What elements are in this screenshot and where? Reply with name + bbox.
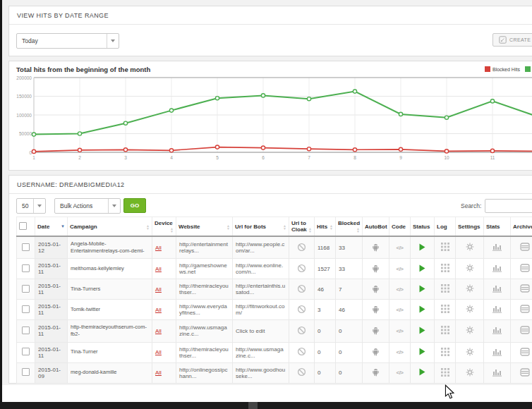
date-value: 2015-01-11 bbox=[38, 262, 61, 275]
log-icon[interactable] bbox=[441, 305, 449, 313]
device-link[interactable]: All bbox=[155, 349, 162, 355]
stats-icon[interactable] bbox=[492, 368, 502, 377]
archive-icon[interactable] bbox=[520, 264, 530, 272]
stats-icon[interactable] bbox=[492, 305, 502, 313]
col-header-campaign[interactable]: Campaign▲▼ bbox=[68, 217, 152, 237]
legend-item[interactable]: Blocked Hits bbox=[485, 66, 520, 72]
bulk-actions-select[interactable]: Bulk Actions bbox=[54, 198, 121, 214]
cloak-icon[interactable] bbox=[297, 367, 306, 377]
log-icon[interactable] bbox=[441, 284, 449, 293]
bots-url[interactable]: http://entertainthis.usatod... bbox=[236, 283, 285, 295]
col-header-website[interactable]: Website▲▼ bbox=[176, 217, 233, 237]
stats-icon[interactable] bbox=[492, 264, 502, 272]
android-icon[interactable] bbox=[371, 242, 380, 252]
device-link[interactable]: All bbox=[155, 245, 162, 251]
cloak-icon[interactable] bbox=[297, 284, 306, 293]
log-icon[interactable] bbox=[441, 326, 449, 334]
device-link[interactable]: All bbox=[155, 370, 162, 376]
select-all-checkbox[interactable] bbox=[19, 222, 27, 230]
cell-code: </> bbox=[389, 300, 411, 320]
cell-date: 2015-01-11 bbox=[35, 259, 68, 279]
archive-icon[interactable] bbox=[520, 305, 530, 313]
page-size-select[interactable]: 50 bbox=[16, 198, 46, 214]
play-icon[interactable] bbox=[419, 243, 425, 251]
campaigns-table: Date▼Campaign▲▼Device▲▼Website▲▼Url for … bbox=[16, 216, 532, 384]
stats-icon[interactable] bbox=[492, 284, 502, 293]
cell-website: http://themiracleyouthser... bbox=[176, 342, 233, 362]
android-icon[interactable] bbox=[371, 367, 380, 377]
bots-url[interactable]: http://www.usmagazine.c... bbox=[236, 346, 284, 359]
cloak-icon[interactable] bbox=[297, 264, 306, 273]
android-icon[interactable] bbox=[371, 263, 380, 274]
archive-icon[interactable] bbox=[520, 368, 530, 377]
col-header-device[interactable]: Device▲▼ bbox=[152, 217, 176, 237]
stats-icon[interactable] bbox=[492, 348, 502, 356]
col-header-hits[interactable]: Hits▲▼ bbox=[315, 217, 336, 237]
row-checkbox[interactable] bbox=[22, 243, 30, 251]
device-link[interactable]: All bbox=[155, 286, 162, 293]
archive-icon[interactable] bbox=[520, 284, 530, 293]
date-range-select-value: Today bbox=[22, 37, 38, 44]
log-icon[interactable] bbox=[441, 264, 449, 272]
chevron-down-icon bbox=[107, 34, 119, 48]
search-input[interactable] bbox=[485, 199, 532, 213]
legend-item[interactable]: Visible Hits bbox=[525, 66, 532, 72]
row-checkbox[interactable] bbox=[22, 285, 30, 293]
bots-url[interactable]: http://www.goodhouseke... bbox=[236, 367, 285, 379]
col-header-blocked[interactable]: Blocked▲▼ bbox=[336, 217, 363, 237]
cloak-icon[interactable] bbox=[297, 305, 306, 314]
play-icon[interactable] bbox=[419, 305, 425, 313]
play-icon[interactable] bbox=[419, 348, 425, 355]
log-icon[interactable] bbox=[441, 243, 449, 251]
play-icon[interactable] bbox=[419, 264, 425, 272]
device-link[interactable]: All bbox=[155, 266, 162, 272]
row-checkbox[interactable] bbox=[22, 348, 30, 355]
android-icon[interactable] bbox=[371, 325, 380, 336]
gear-icon[interactable] bbox=[466, 243, 474, 251]
bots-url[interactable]: http://fitnworkout.com/ bbox=[236, 303, 284, 316]
bots-url[interactable]: http://www.people.com/ar... bbox=[236, 241, 284, 254]
cloak-icon[interactable] bbox=[297, 326, 306, 335]
data-point bbox=[215, 97, 219, 100]
log-icon[interactable] bbox=[441, 348, 449, 356]
row-checkbox[interactable] bbox=[22, 264, 30, 272]
gear-icon[interactable] bbox=[466, 368, 474, 377]
bots-url[interactable]: Click to edit bbox=[236, 328, 265, 334]
date-value: 2015-01-09 bbox=[38, 367, 61, 379]
go-button[interactable]: GO bbox=[123, 198, 146, 213]
svg-text:5: 5 bbox=[216, 155, 219, 160]
device-link[interactable]: All bbox=[155, 328, 162, 334]
android-icon[interactable] bbox=[371, 283, 380, 294]
play-icon[interactable] bbox=[419, 326, 425, 334]
row-checkbox[interactable] bbox=[22, 368, 30, 376]
row-checkbox[interactable] bbox=[22, 305, 30, 313]
archive-icon[interactable] bbox=[520, 243, 530, 251]
archive-icon[interactable] bbox=[520, 326, 530, 334]
cloak-icon[interactable] bbox=[297, 243, 306, 252]
stats-icon[interactable] bbox=[492, 243, 502, 251]
bots-url[interactable]: http://www.eonline.com/n... bbox=[236, 262, 283, 275]
gear-icon[interactable] bbox=[466, 348, 474, 356]
archive-icon[interactable] bbox=[520, 348, 530, 356]
play-icon[interactable] bbox=[419, 368, 425, 376]
gear-icon[interactable] bbox=[466, 305, 474, 313]
android-icon[interactable] bbox=[371, 346, 380, 357]
play-icon[interactable] bbox=[419, 285, 425, 293]
cell-archive bbox=[511, 342, 532, 362]
android-icon[interactable] bbox=[371, 304, 380, 315]
stats-icon[interactable] bbox=[492, 326, 502, 334]
row-checkbox[interactable] bbox=[22, 326, 30, 334]
col-header-bots_url[interactable]: Url for Bots▲▼ bbox=[233, 217, 289, 237]
device-link[interactable]: All bbox=[155, 307, 162, 313]
date-range-select[interactable]: Today bbox=[16, 33, 119, 49]
gear-icon[interactable] bbox=[466, 326, 474, 334]
create-new-campaign-button[interactable]: CREATE NEW CAMPAIGN bbox=[492, 33, 532, 47]
col-header-cloak_url[interactable]: Url to Cloak▲▼ bbox=[289, 217, 315, 237]
col-header-select[interactable] bbox=[17, 217, 35, 237]
campaign-name: Angela-Mobile-Entertainmentrelays-com-de… bbox=[71, 240, 149, 255]
gear-icon[interactable] bbox=[466, 284, 474, 293]
cloak-icon[interactable] bbox=[297, 347, 306, 356]
gear-icon[interactable] bbox=[466, 264, 474, 272]
col-header-date[interactable]: Date▼ bbox=[35, 217, 68, 237]
log-icon[interactable] bbox=[441, 368, 449, 377]
